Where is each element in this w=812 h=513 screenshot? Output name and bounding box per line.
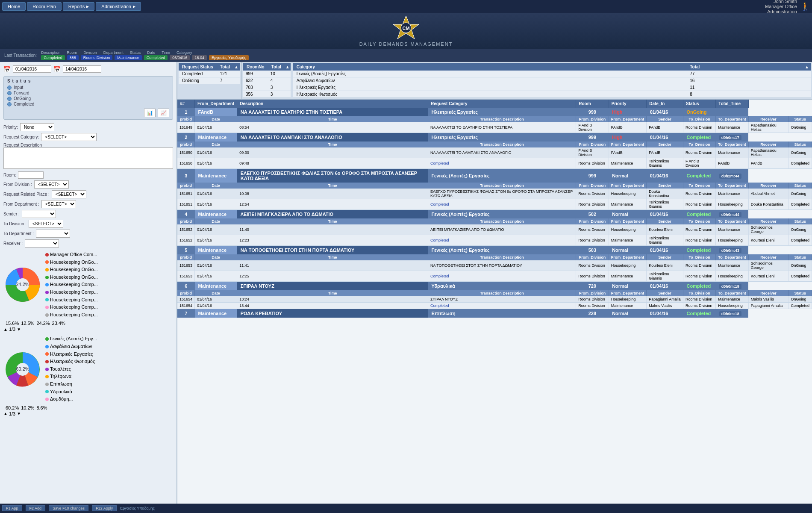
req-scroll[interactable]: ▲ (233, 63, 240, 71)
sub-date: 01/04/16 (195, 158, 237, 169)
f12-btn[interactable]: F12 Apply (92, 505, 117, 511)
nav-reports[interactable]: Reports ▶ (63, 2, 95, 11)
pie-1-prev[interactable]: ▲ (3, 327, 8, 332)
tx-val-div: Rooms Division (81, 55, 113, 60)
app-logo: CM (393, 15, 419, 41)
status-radio-ongoing[interactable] (7, 97, 12, 101)
group-total-time: d0h0m:44 (716, 210, 748, 219)
main-group-row[interactable]: 1 FAndB ΝΑ ΑΛΛΑΧΤΕΙ ΤΟ ΕΛΑΤΗΡΙΟ ΣΤΗΝ ΤΟΣ… (177, 108, 812, 116)
sub-to-div: Rooms Division (683, 199, 716, 210)
sub-data-row[interactable]: 151653 01/04/16 11:41 ΝΑ ΤΟΠΟΘΕΤΗΘΕΙ ΣΤΟ… (177, 260, 812, 271)
nav-room-plan[interactable]: Room Plan (27, 2, 61, 11)
sub-tx-desc-completed[interactable]: Completed (428, 158, 576, 169)
sub-h-status: Status (788, 218, 812, 224)
status-radio-input[interactable] (7, 86, 12, 90)
sub-to-div: Rooms Division (683, 296, 716, 303)
group-category: Επίπλωση (428, 309, 576, 318)
top-navigation: Home Room Plan Reports ▶ Administration … (0, 0, 812, 13)
room-input[interactable] (18, 171, 44, 179)
status-completed: Completed (7, 102, 169, 106)
time-badge: d0h0m:18 (719, 311, 741, 316)
sub-tx-desc: ΣΠΙΡΑΛ ΝΤΟΥΖ (428, 296, 576, 303)
sub-data-row[interactable]: 151651 01/04/16 10:08 ΕΛΕΓΧΟ ΠΥΡΟΣΒΕΣΤΙΚ… (177, 189, 812, 199)
req-status-row[interactable]: OnGoing7 (179, 77, 240, 84)
pie-2-next[interactable]: ▼ (17, 411, 21, 416)
nav-administration[interactable]: Administration ▶ (96, 2, 141, 11)
f1-btn[interactable]: F1 App (2, 505, 22, 511)
room-row[interactable]: 99910 (243, 71, 291, 77)
room-scroll[interactable]: ▲ (285, 63, 291, 71)
cat-row[interactable]: Γενικές (Λοιπές) Εργασίες77 (293, 71, 811, 77)
room-row[interactable]: 7033 (243, 84, 291, 91)
pie-2-prev[interactable]: ▲ (3, 411, 8, 416)
status-radio-completed[interactable] (7, 102, 12, 106)
calendar-from-icon[interactable]: 📅 (3, 66, 11, 73)
sub-data-row[interactable]: 151649 01/04/16 08:54 ΝΑ ΑΛΛΑΧΤΕΙ ΤΟ ΕΛΑ… (177, 122, 812, 133)
to-dept-select[interactable] (36, 230, 70, 238)
request-category-select[interactable]: <SELECT> (41, 133, 97, 141)
sub-data-row[interactable]: 151654 01/04/16 13:24 ΣΠΙΡΑΛ ΝΤΟΥΖ Rooms… (177, 296, 812, 303)
sub-from-div: Rooms Division (576, 158, 609, 169)
sub-data-row[interactable]: 151652 01/04/16 12:23 Completed Rooms Di… (177, 235, 812, 246)
from-division-select[interactable]: <SELECT> (34, 180, 69, 189)
sub-h-receiver: Receiver (748, 183, 788, 189)
room-row[interactable]: 6324 (243, 77, 291, 84)
date-to-input[interactable] (63, 65, 101, 73)
cat-row[interactable]: Ηλεκτρικός Φωτισμός8 (293, 91, 811, 98)
group-status: Completed (683, 169, 716, 183)
main-group-row[interactable]: 4 Maintenance ΛΕΙΠΕΙ ΜΠΑΓΚΑΖΙΕΡΑ ΑΠΟ ΤΟ … (177, 210, 812, 219)
save-btn[interactable]: Save F10 changes (49, 505, 88, 511)
sub-tx-desc-completed[interactable]: Completed (428, 199, 576, 210)
from-division-row: From Division : <SELECT> (3, 180, 173, 189)
chart-button[interactable]: 📈 (158, 109, 169, 117)
sub-data-row[interactable]: 151650 01/04/16 09:30 ΝΑ ΑΛΛΑΧΤΕΙ ΤΟ ΛΑΜ… (177, 147, 812, 158)
calendar-to-icon[interactable]: 📅 (53, 66, 61, 73)
sub-tx-desc-completed[interactable]: Completed (428, 235, 576, 246)
from-dept-select[interactable]: <SELECT> (41, 200, 76, 208)
cat-row[interactable]: Ασφάλεια Δωματίων16 (293, 77, 811, 84)
group-from-dept: Maintenance (195, 133, 237, 142)
sub-data-row[interactable]: 151652 01/04/16 11:40 ΛΕΙΠΕΙ ΜΠΑΓΚΑΖΙΕΡΑ… (177, 224, 812, 235)
sub-tx-desc-completed[interactable]: Completed (428, 303, 576, 309)
receiver-select[interactable] (25, 239, 59, 248)
status-radio-forward[interactable] (7, 91, 12, 95)
tx-header-status: Status (130, 50, 141, 55)
request-desc-textarea[interactable] (3, 147, 173, 169)
pie-2-container: 60.2% Γενικές (Λοιπές) Εργ... Ασφάλεια Δ… (3, 335, 173, 403)
main-group-row[interactable]: 3 Maintenance ΕΛΕΓΧΟ ΠΥΡΟΣΒΕΣΤΙΚΗΣ ΦΩΛΙΑ… (177, 169, 812, 183)
priority-row: Priority: None High Normal Low (3, 123, 173, 131)
group-room: 720 (576, 282, 609, 291)
nav-home[interactable]: Home (2, 2, 26, 11)
bar-chart-button[interactable]: 📊 (144, 109, 156, 117)
sub-data-row[interactable]: 151650 01/04/16 09:48 Completed Rooms Di… (177, 158, 812, 169)
sub-h-todiv: To_Division (683, 183, 716, 189)
date-from-input[interactable] (13, 65, 51, 73)
sub-tx-desc-completed[interactable]: Completed (428, 271, 576, 282)
related-place-select[interactable]: <SELECT> (52, 190, 86, 198)
pie-1-next[interactable]: ▼ (17, 327, 21, 332)
cat-scroll[interactable]: ▲ (804, 63, 811, 71)
req-status-row[interactable]: Completed121 (179, 71, 240, 77)
cat-total-cell: 16 (686, 77, 804, 84)
cat-row[interactable]: Ηλεκτρικές Εργασίες11 (293, 84, 811, 91)
room-row[interactable]: 3563 (243, 91, 291, 98)
sub-data-row[interactable]: 151654 01/04/16 13:44 Completed Rooms Di… (177, 303, 812, 309)
sub-h-fromdept: From_Department (609, 183, 647, 189)
main-group-row[interactable]: 7 Maintenance ΡΟΔΑ ΚΡΕΒΑΤΙΟΥ Επίπλωση 22… (177, 309, 812, 318)
sub-from-div: Rooms Division (576, 199, 609, 210)
sub-probid: 151653 (177, 271, 195, 282)
main-group-row[interactable]: 6 Maintenance ΣΠΙΡΑΛ ΝΤΟΥΖ Υδραυλικά 720… (177, 282, 812, 291)
priority-select[interactable]: None High Normal Low (20, 123, 54, 131)
main-group-row[interactable]: 5 Maintenance ΝΑ ΤΟΠΟΘΕΤΗΘΕΙ ΣΤΟΠ ΣΤΗΝ Π… (177, 246, 812, 255)
sender-select[interactable] (22, 210, 56, 218)
group-from-dept: Maintenance (195, 210, 237, 219)
sub-time: 12:25 (237, 271, 428, 282)
main-group-row[interactable]: 2 Maintenance ΝΑ ΑΛΛΑΧΤΕΙ ΤΟ ΛΑΜΠΑΚΙ ΣΤΟ… (177, 133, 812, 142)
sub-sender: Makris Vasilis (647, 303, 683, 309)
sub-h-todiv: To_Division (683, 290, 716, 296)
sub-data-row[interactable]: 151653 01/04/16 12:25 Completed Rooms Di… (177, 271, 812, 282)
to-division-select[interactable]: <SELECT> (29, 220, 63, 228)
sub-data-row[interactable]: 151851 01/04/16 12:54 Completed Rooms Di… (177, 199, 812, 210)
f2-btn[interactable]: F2 Add (26, 505, 46, 511)
group-status: Completed (683, 210, 716, 219)
